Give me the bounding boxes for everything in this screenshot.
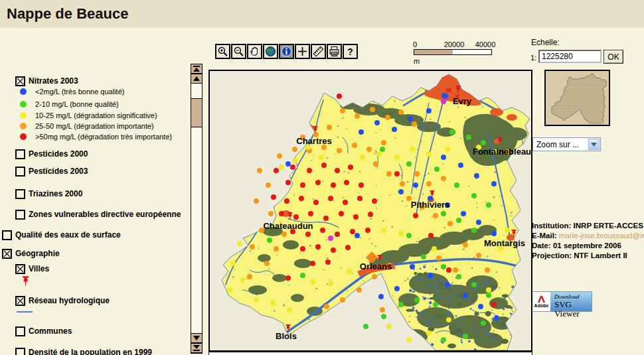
layer-checkbox-reseau-hydrologique[interactable] [15, 296, 25, 306]
nitrate-point-red [300, 246, 305, 251]
info-button[interactable] [279, 44, 294, 59]
print-button[interactable] [327, 44, 342, 59]
legend-panel: Nitrates 2003Pesticides 2000Pesticides 2… [0, 63, 190, 355]
map-horizontal-scrollbar[interactable] [208, 352, 532, 355]
nitrate-point-red [394, 171, 400, 177]
nitrate-point-yellow [270, 301, 276, 306]
nitrate-point-blue [410, 264, 415, 269]
nitrate-point-yellow [386, 324, 392, 329]
email-link[interactable]: marie-jose.broussaud@inrp.fr [559, 232, 644, 240]
nitrate-point-red [343, 200, 348, 205]
nitrate-point-blue [408, 116, 413, 121]
scale-input[interactable] [538, 50, 602, 63]
layer-checkbox-pesticides-2000[interactable] [15, 149, 25, 159]
help-button[interactable]: ? [343, 44, 358, 59]
nitrate-point-red [313, 200, 319, 205]
zoom-to-dropdown[interactable]: Zoom sur ... [532, 137, 601, 151]
layer-checkbox-pesticides-2003[interactable] [15, 167, 25, 177]
zoom-in-button[interactable] [215, 44, 230, 59]
nitrate-class-row: 2-10 mg/L (bonne qualité) [20, 100, 119, 108]
nitrate-point-yellow [394, 155, 400, 160]
nitrate-point-green [363, 324, 368, 329]
legend-layer-densite-population-1999: Densité de la population en 1999 [15, 348, 152, 355]
class-dot-icon [20, 133, 27, 140]
nitrate-point-orange [340, 297, 345, 303]
scroll-down-button[interactable] [191, 333, 202, 343]
nitrate-point-yellow [292, 158, 297, 163]
nitrate-point-green [433, 302, 438, 307]
layer-label: Nitrates 2003 [29, 76, 78, 86]
nitrate-point-green [486, 293, 491, 298]
layer-checkbox-communes[interactable] [15, 326, 25, 336]
map-viewport[interactable]: ChartresEvryFontainebleauPithiviersChate… [208, 70, 532, 352]
chevron-down-icon[interactable] [588, 139, 600, 150]
nitrate-point-red [305, 232, 311, 237]
title-bar: Nappe de Beauce [0, 0, 644, 28]
nitrate-point-red [321, 163, 327, 168]
nitrate-point-orange [436, 255, 442, 261]
nitrate-point-orange [282, 232, 287, 237]
badge-product-text: SVG Viewer [554, 300, 592, 319]
nitrate-point-green [486, 202, 491, 208]
legend-layer-nitrates-2003: Nitrates 2003 [15, 76, 78, 86]
hand-icon [249, 46, 260, 57]
layer-checkbox-qualite-eaux-surface[interactable] [2, 230, 12, 240]
projection-line: Projection: NTF Lambert II [532, 251, 644, 261]
scroll-to-top-button[interactable] [191, 64, 202, 74]
nitrate-point-yellow [227, 287, 232, 293]
nitrate-point-red [350, 229, 355, 234]
scalebar-tick-1: 20000 [440, 40, 468, 48]
nitrate-point-red [353, 214, 359, 220]
legend-scrollbar-thumb[interactable] [191, 98, 202, 127]
nitrate-point-magenta [328, 236, 333, 241]
nitrate-point-magenta [441, 99, 446, 104]
nitrate-point-blue [491, 231, 497, 236]
nitrate-point-orange [268, 211, 274, 216]
center-button[interactable] [295, 44, 310, 59]
nitrate-point-blue [374, 120, 380, 125]
measure-button[interactable] [311, 44, 326, 59]
scroll-to-bottom-button[interactable] [191, 343, 202, 353]
map-canvas[interactable]: ChartresEvryFontainebleauPithiviersChate… [210, 71, 531, 350]
nitrate-point-green [456, 274, 461, 279]
layer-checkbox-triazines-2000[interactable] [15, 189, 25, 199]
overview-map[interactable] [544, 70, 610, 126]
nitrate-point-orange [381, 140, 386, 145]
nitrate-point-blue [458, 163, 463, 168]
globe-icon [265, 46, 276, 57]
zoom-out-button[interactable] [231, 44, 246, 59]
nitrate-point-blue [413, 182, 418, 188]
legend-layer-pesticides-2000: Pesticides 2000 [15, 149, 88, 159]
nitrate-point-red [339, 211, 344, 216]
nitrate-point-green [267, 238, 272, 243]
layer-checkbox-nitrates-2003[interactable] [15, 76, 25, 86]
nitrate-point-red [337, 94, 342, 99]
scroll-up-button[interactable] [191, 74, 202, 84]
nitrate-point-yellow [486, 287, 491, 293]
nitrate-point-red [299, 196, 304, 201]
nitrate-point-red [359, 182, 364, 188]
scale-ok-button[interactable]: OK [604, 50, 623, 64]
layer-checkbox-villes[interactable] [15, 264, 25, 274]
nitrate-point-yellow [319, 155, 324, 160]
nitrate-point-orange [257, 168, 262, 173]
nitrate-point-orange [447, 221, 453, 226]
nitrate-point-blue [491, 181, 497, 186]
adobe-svg-viewer-badge[interactable]: Adobe Download SVG Viewer [532, 291, 592, 312]
nitrate-point-blue [392, 127, 397, 132]
layer-checkbox-densite-population-1999[interactable] [15, 348, 25, 355]
nitrate-point-orange [327, 125, 332, 130]
layer-checkbox-geographie[interactable] [2, 249, 12, 259]
pan-button[interactable] [247, 44, 262, 59]
help-icon: ? [345, 46, 356, 57]
full-extent-button[interactable] [263, 44, 278, 59]
scalebar-unit: m [414, 57, 420, 65]
class-label: 2-10 mg/L (bonne qualité) [35, 100, 119, 108]
nitrate-point-red [320, 228, 325, 233]
nitrate-point-yellow [237, 241, 242, 246]
nitrate-point-red [293, 214, 299, 220]
nitrate-point-green [421, 254, 426, 259]
layer-checkbox-zones-vulnerables[interactable] [15, 210, 25, 220]
nitrate-point-blue [398, 189, 404, 194]
nitrate-point-red [345, 245, 351, 250]
